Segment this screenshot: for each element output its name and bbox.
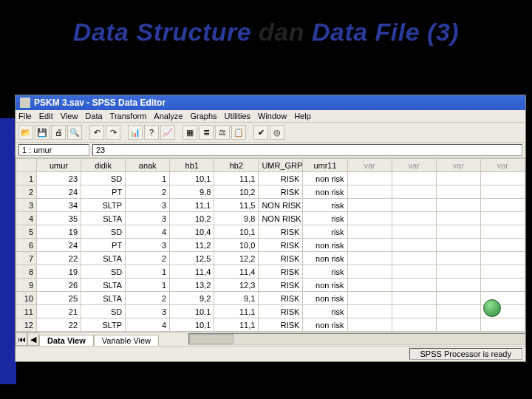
column-header[interactable]: var — [436, 159, 480, 172]
cell[interactable] — [436, 292, 480, 305]
scrollbar-thumb[interactable] — [189, 334, 233, 344]
cell[interactable]: 10,2 — [170, 212, 214, 225]
cell[interactable]: 12,3 — [214, 279, 259, 292]
menu-analyze[interactable]: Analyze — [154, 112, 183, 120]
row-number[interactable]: 9 — [16, 279, 37, 292]
cell[interactable] — [347, 252, 392, 265]
cell[interactable] — [436, 239, 480, 252]
cell[interactable]: 11,1 — [214, 318, 259, 332]
menu-edit[interactable]: Edit — [39, 112, 53, 120]
cell[interactable]: 23 — [37, 172, 81, 185]
cell[interactable]: 11,1 — [214, 172, 259, 185]
cell[interactable]: RISK — [259, 239, 303, 252]
tab-data-view[interactable]: Data View — [39, 335, 94, 346]
cell[interactable] — [436, 305, 480, 318]
toolbar-button-12[interactable]: 📋 — [231, 125, 246, 140]
cell[interactable] — [480, 172, 525, 185]
cell[interactable] — [436, 199, 480, 212]
cell[interactable]: 4 — [126, 225, 170, 239]
cell[interactable]: 2 — [126, 185, 170, 199]
cell[interactable]: 10,1 — [170, 305, 214, 318]
toolbar-button-5[interactable]: ↷ — [106, 125, 120, 140]
cell[interactable]: SLTA — [81, 252, 126, 265]
menu-utilities[interactable]: Utilities — [225, 112, 250, 120]
cell[interactable] — [480, 279, 525, 292]
cell[interactable]: NON RISK — [259, 212, 303, 225]
cell[interactable]: 25 — [37, 292, 81, 305]
row-number[interactable]: 7 — [16, 252, 37, 265]
menu-view[interactable]: View — [61, 112, 78, 120]
row-number[interactable]: 12 — [16, 318, 37, 332]
cell[interactable] — [480, 265, 525, 279]
cell[interactable] — [480, 239, 525, 252]
cell[interactable]: PT — [81, 185, 126, 199]
menu-file[interactable]: File — [18, 112, 32, 120]
toolbar-button-7[interactable]: ? — [144, 125, 159, 140]
row-number[interactable]: 8 — [16, 265, 37, 279]
cell[interactable] — [392, 318, 436, 332]
cell[interactable]: SLTA — [81, 292, 126, 305]
cell[interactable]: 19 — [37, 225, 81, 239]
cell[interactable] — [436, 225, 480, 239]
column-header[interactable]: umr11 — [303, 159, 347, 172]
cell[interactable]: 3 — [126, 212, 170, 225]
menu-transform[interactable]: Transform — [110, 112, 147, 120]
cell[interactable] — [392, 225, 436, 239]
cell[interactable]: 1 — [126, 172, 170, 185]
cell[interactable] — [480, 318, 525, 332]
cell[interactable] — [392, 185, 436, 199]
cell[interactable] — [347, 199, 392, 212]
cell[interactable]: 12,2 — [214, 252, 259, 265]
cell[interactable]: 35 — [37, 212, 81, 225]
column-header[interactable]: var — [480, 159, 525, 172]
horizontal-scrollbar[interactable] — [188, 333, 525, 345]
cell[interactable]: 11,2 — [170, 239, 214, 252]
cell[interactable] — [436, 172, 480, 185]
cell[interactable]: risk — [303, 305, 347, 318]
cell[interactable]: non risk — [303, 185, 347, 199]
cell[interactable]: 1 — [126, 265, 170, 279]
cell[interactable]: non risk — [303, 172, 347, 185]
row-number[interactable]: 1 — [16, 172, 37, 185]
cell[interactable]: 10,2 — [214, 185, 259, 199]
row-number[interactable]: 5 — [16, 225, 37, 239]
cell[interactable] — [392, 172, 436, 185]
cell[interactable]: non risk — [303, 292, 347, 305]
column-header[interactable]: var — [392, 159, 436, 172]
cell[interactable]: RISK — [259, 305, 303, 318]
cell[interactable]: 2 — [126, 252, 170, 265]
toolbar-button-3[interactable]: 🔍 — [67, 125, 82, 140]
cell[interactable]: 3 — [126, 305, 170, 318]
row-number[interactable]: 11 — [16, 305, 37, 318]
cell[interactable] — [347, 172, 392, 185]
cell[interactable]: SD — [81, 225, 126, 239]
cell[interactable]: 10,1 — [170, 172, 214, 185]
cell[interactable] — [392, 239, 436, 252]
cell[interactable]: SLTP — [81, 318, 126, 332]
cell[interactable] — [347, 265, 392, 279]
cell[interactable] — [392, 199, 436, 212]
corner-cell[interactable] — [16, 159, 37, 172]
cell[interactable]: SD — [81, 172, 126, 185]
cell[interactable] — [392, 279, 436, 292]
cell[interactable]: RISK — [259, 185, 303, 199]
cell[interactable]: 9,8 — [170, 185, 214, 199]
toolbar-button-14[interactable]: ◎ — [270, 125, 284, 140]
cell[interactable] — [347, 185, 392, 199]
cell[interactable]: RISK — [259, 225, 303, 239]
cell[interactable]: SD — [81, 265, 126, 279]
cell[interactable] — [392, 292, 436, 305]
cell[interactable]: RISK — [259, 292, 303, 305]
cell-value[interactable]: 23 — [92, 144, 522, 156]
cell[interactable]: 3 — [126, 199, 170, 212]
cell[interactable]: 9,8 — [214, 212, 259, 225]
row-number[interactable]: 6 — [16, 239, 37, 252]
toolbar-button-11[interactable]: ⚖ — [215, 125, 230, 140]
cell[interactable]: 34 — [37, 199, 81, 212]
tab-variable-view[interactable]: Variable View — [94, 335, 159, 346]
cell[interactable]: 10,0 — [214, 239, 259, 252]
scroll-prev-button[interactable]: ◀ — [27, 332, 39, 346]
toolbar-button-9[interactable]: ▦ — [183, 125, 197, 140]
column-header[interactable]: hb1 — [170, 159, 214, 172]
cell[interactable]: non risk — [303, 318, 347, 332]
